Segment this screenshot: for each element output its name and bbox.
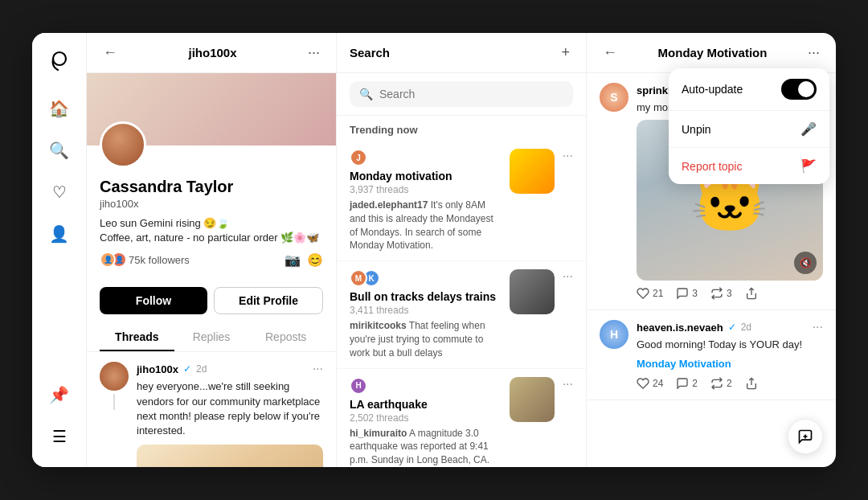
comment-action-1[interactable]: 3 [676, 287, 698, 300]
sidebar-search-icon[interactable]: 🔍 [42, 133, 77, 168]
topic-panel: ← Monday Motivation ··· Auto-update Unpi… [587, 33, 836, 467]
search-bar[interactable]: 🔍 [350, 81, 573, 107]
trending-preview-3: hi_kimuraito A magnitude 3.0 earthquake … [350, 427, 502, 467]
post-tag-link-2[interactable]: Monday Motivation [637, 358, 731, 370]
compose-button[interactable] [788, 419, 823, 454]
share-action-2[interactable] [745, 377, 758, 390]
profile-handle: jiho100x [100, 198, 323, 210]
profile-content: Cassandra Taylor jiho100x Leo sun Gemini… [87, 73, 336, 467]
profile-bio: Leo sun Gemini rising 😏🍃 Coffee, art, na… [100, 216, 323, 245]
dropdown-report[interactable]: Report topic 🚩 [669, 148, 829, 184]
topic-more-button[interactable]: ··· [805, 41, 823, 64]
profile-more-button[interactable]: ··· [305, 41, 323, 64]
search-bar-wrap: 🔍 [337, 73, 586, 116]
dropdown-menu: Auto-update Unpin 🎤 Report topic 🚩 [669, 68, 829, 184]
tab-replies[interactable]: Replies [174, 324, 249, 351]
thread-time: 2d [196, 363, 207, 375]
comment-action-2[interactable]: 2 [676, 377, 698, 390]
verified-badge: ✓ [183, 363, 191, 375]
thread-line [113, 394, 115, 410]
sidebar-home-icon[interactable]: 🏠 [42, 91, 77, 126]
post-tag-2: Monday Motivation [637, 357, 823, 371]
trending-count-1: 3,937 threads [350, 184, 502, 195]
profile-actions: Follow Edit Profile [87, 287, 336, 314]
sidebar-profile-icon[interactable]: 👤 [42, 216, 77, 252]
back-button[interactable]: ← [100, 41, 121, 64]
app-logo [45, 46, 74, 75]
comment-count-2: 2 [692, 378, 698, 389]
thread-image-inner [137, 445, 323, 467]
follower-avatars: 👤 👤 [100, 252, 122, 268]
thread-header: jiho100x ✓ 2d ··· [137, 362, 323, 376]
social-icons: 📷 😊 [285, 252, 323, 268]
trending-thumb-3 [510, 377, 555, 422]
repost-count-1: 3 [727, 288, 732, 299]
trending-topic-2-text: M K Bull on tracks delays trains 3,411 t… [350, 269, 502, 359]
post-header-2: heaven.is.nevaeh ✓ 2d ··· [637, 320, 823, 334]
thread-content: jiho100x ✓ 2d ··· hey everyone...we're s… [137, 362, 323, 467]
auto-update-toggle[interactable] [781, 79, 817, 100]
trending-authors-2: M K [350, 269, 502, 287]
mute-button[interactable]: 🔇 [794, 252, 817, 274]
trending-thumb-2 [510, 269, 555, 314]
post-time-2: 2d [741, 322, 751, 333]
profile-avatar [100, 121, 146, 168]
trending-more-1[interactable]: ··· [563, 149, 573, 163]
topic-title: Monday Motivation [658, 46, 768, 59]
unpin-label: Unpin [682, 123, 711, 136]
trending-preview-2: mirikitcooks That feeling when you're ju… [350, 319, 502, 359]
sidebar-likes-icon[interactable]: ♡ [42, 174, 77, 210]
edit-profile-button[interactable]: Edit Profile [214, 287, 323, 314]
follow-button[interactable]: Follow [100, 287, 207, 314]
like-count-2: 24 [653, 378, 663, 389]
search-input[interactable] [379, 88, 563, 100]
like-action-1[interactable]: 21 [637, 287, 663, 300]
verified-2: ✓ [728, 322, 736, 333]
author-mini-3: H [350, 377, 367, 395]
auto-update-label: Auto-update [682, 83, 743, 96]
instagram-icon[interactable]: 📷 [285, 252, 301, 268]
like-action-2[interactable]: 24 [637, 377, 663, 390]
emoji-icon[interactable]: 😊 [307, 252, 323, 268]
trending-more-2[interactable]: ··· [563, 269, 573, 284]
thread-more-button[interactable]: ··· [313, 362, 323, 376]
post-avatar [100, 362, 129, 391]
profile-name: Cassandra Taylor [100, 178, 323, 196]
trending-authors-1: J [350, 149, 502, 166]
trending-title-3: LA earthquake [350, 398, 502, 411]
trending-label: Trending now [337, 116, 586, 141]
trending-title-2: Bull on tracks delays trains [350, 290, 502, 303]
thread-image [137, 445, 323, 467]
post-actions-2: 24 2 2 [637, 377, 823, 390]
trending-topic-3-text: H LA earthquake 2,502 threads hi_kimurai… [350, 377, 502, 467]
profile-tabs: Threads Replies Reposts [87, 324, 336, 352]
share-action-1[interactable] [745, 287, 758, 300]
repost-action-1[interactable]: 3 [710, 287, 732, 300]
trending-count-3: 2,502 threads [350, 412, 502, 424]
post-text-2: Good morning! Today is YOUR day! [637, 338, 823, 352]
sidebar-pin-icon[interactable]: 📌 [42, 377, 77, 412]
trending-title-1: Monday motivation [350, 170, 502, 182]
trending-item-1[interactable]: J Monday motivation 3,937 threads jaded.… [337, 141, 586, 261]
report-label: Report topic [682, 160, 742, 173]
trending-item-2[interactable]: M K Bull on tracks delays trains 3,411 t… [337, 261, 586, 368]
search-icon: 🔍 [359, 88, 373, 100]
post-more-2[interactable]: ··· [813, 320, 823, 334]
unpin-icon: 🎤 [800, 121, 817, 137]
repost-action-2[interactable]: 2 [710, 377, 732, 390]
tab-threads[interactable]: Threads [100, 324, 174, 351]
comment-count-1: 3 [692, 288, 698, 299]
dropdown-auto-update[interactable]: Auto-update [669, 68, 829, 111]
trending-item-3[interactable]: H LA earthquake 2,502 threads hi_kimurai… [337, 369, 586, 467]
topic-back-button[interactable]: ← [600, 41, 620, 64]
trending-thumb-1 [510, 149, 555, 194]
add-button[interactable]: + [558, 41, 573, 64]
trending-count-2: 3,411 threads [350, 305, 502, 316]
profile-panel-header: ← jiho100x ··· [87, 33, 336, 73]
dropdown-unpin[interactable]: Unpin 🎤 [669, 111, 829, 148]
trending-more-3[interactable]: ··· [563, 377, 573, 391]
post-avatar-1: S [600, 83, 628, 112]
tab-reposts[interactable]: Reposts [248, 324, 323, 351]
thread-text: hey everyone...we're still seeking vendo… [137, 379, 323, 438]
sidebar-menu-icon[interactable]: ☰ [42, 419, 77, 454]
